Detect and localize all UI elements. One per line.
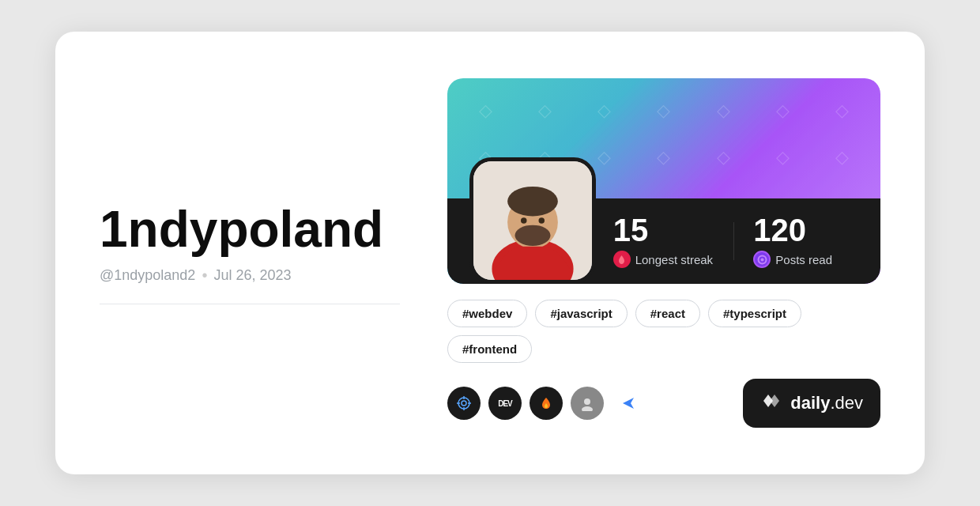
stat-streak: 15 Longest streak bbox=[613, 214, 715, 268]
profile-top: ◇ ◇ ◇ ◇ ◇ ◇ ◇ ◇ ◇ ◇ ◇ ◇ ◇ ◇ ◇ ◇ ◇ bbox=[447, 78, 880, 284]
right-section: ◇ ◇ ◇ ◇ ◇ ◇ ◇ ◇ ◇ ◇ ◇ ◇ ◇ ◇ ◇ ◇ ◇ bbox=[447, 78, 880, 428]
devto-button[interactable]: DEV bbox=[488, 387, 522, 420]
join-date: Jul 26, 2023 bbox=[213, 267, 291, 284]
stat-divider-2 bbox=[733, 222, 734, 260]
gravatar-button[interactable] bbox=[571, 387, 604, 420]
posts-read-label: Posts read bbox=[775, 253, 832, 266]
svg-point-7 bbox=[539, 217, 545, 224]
left-section: 1ndypoland @1ndypoland2 • Jul 26, 2023 bbox=[100, 202, 400, 304]
pattern-item: ◇ bbox=[698, 138, 749, 178]
pattern-item: ◇ bbox=[638, 138, 689, 178]
stat-streak-label: Longest streak bbox=[613, 251, 715, 268]
pattern-item: ◇ bbox=[579, 91, 630, 130]
streak-icon bbox=[613, 251, 631, 268]
posts-icon bbox=[753, 251, 771, 268]
svg-point-10 bbox=[760, 258, 763, 261]
crosshair-social-button[interactable] bbox=[447, 387, 481, 420]
profile-card: 1ndypoland @1ndypoland2 • Jul 26, 2023 ◇… bbox=[55, 32, 925, 474]
avatar-wrapper bbox=[469, 157, 596, 284]
svg-point-6 bbox=[521, 217, 527, 224]
send-button[interactable] bbox=[612, 387, 645, 420]
handle-date: @1ndypoland2 • Jul 26, 2023 bbox=[100, 266, 400, 285]
brand-text: daily.dev bbox=[790, 393, 863, 413]
tag-webdev[interactable]: #webdev bbox=[447, 300, 527, 327]
tag-typescript[interactable]: #typescript bbox=[708, 300, 801, 327]
brand-logo: daily.dev bbox=[743, 379, 880, 428]
divider bbox=[100, 304, 400, 304]
svg-point-11 bbox=[458, 398, 469, 409]
stat-streak-value: 15 bbox=[613, 214, 715, 246]
pattern-item: ◇ bbox=[757, 91, 808, 130]
svg-point-18 bbox=[582, 406, 593, 411]
avatar-image bbox=[473, 161, 592, 280]
svg-point-17 bbox=[584, 398, 590, 405]
pattern-item: ◇ bbox=[519, 91, 571, 130]
stat-posts-value: 120 bbox=[753, 214, 855, 246]
handle: @1ndypoland2 bbox=[100, 267, 195, 284]
pattern-item: ◇ bbox=[757, 138, 808, 178]
avatar bbox=[469, 157, 596, 284]
daily-dev-icon bbox=[760, 390, 782, 417]
tag-javascript[interactable]: #javascript bbox=[535, 300, 627, 327]
hashnode-button[interactable] bbox=[530, 387, 563, 420]
svg-point-4 bbox=[507, 187, 558, 217]
svg-point-12 bbox=[462, 401, 466, 406]
social-icons: DEV bbox=[447, 387, 645, 420]
separator-dot: • bbox=[202, 266, 207, 285]
tag-react[interactable]: #react bbox=[635, 300, 700, 327]
bottom-row: DEV bbox=[447, 379, 880, 428]
pattern-item: ◇ bbox=[460, 91, 511, 130]
svg-point-5 bbox=[515, 225, 551, 246]
stat-posts: 120 Posts read bbox=[753, 214, 855, 268]
stat-posts-label: Posts read bbox=[753, 251, 855, 268]
pattern-item: ◇ bbox=[816, 91, 868, 130]
username: 1ndypoland bbox=[100, 202, 400, 257]
tag-frontend[interactable]: #frontend bbox=[447, 335, 532, 363]
brand-name-light: .dev bbox=[830, 393, 863, 413]
tags-row: #webdev #javascript #react #typescript #… bbox=[447, 300, 880, 363]
brand-name-bold: daily bbox=[790, 393, 830, 413]
pattern-item: ◇ bbox=[638, 91, 689, 130]
pattern-item: ◇ bbox=[816, 138, 868, 178]
pattern-item: ◇ bbox=[698, 91, 749, 130]
